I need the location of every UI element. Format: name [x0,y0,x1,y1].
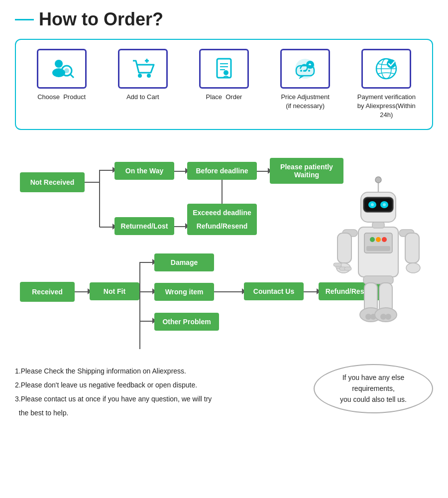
step-add-to-cart: Add to Cart [108,49,178,102]
header-accent-line [15,19,34,20]
step-place-order: Place Order [189,49,259,102]
node-other-problem: Other Problem [154,313,219,331]
svg-point-58 [385,314,391,320]
svg-rect-41 [337,233,351,263]
page-title: How to Order? [39,9,163,30]
requirements-bubble: If you have any else requirements,you co… [314,364,433,413]
svg-rect-9 [217,59,231,78]
node-before-deadline: Before deadline [187,162,257,180]
svg-point-49 [406,263,420,273]
flowchart-section: Not Received On the Way Before deadline … [0,140,448,354]
svg-point-18 [304,70,306,72]
svg-point-19 [308,70,310,72]
step-add-to-cart-label: Add to Cart [126,93,159,102]
step-choose-product-label: Choose Product [37,93,86,102]
svg-point-23 [387,59,396,68]
svg-rect-45 [344,267,351,270]
node-received: Received [20,282,75,302]
node-wrong-item: Wrong item [154,283,214,301]
node-refund-resend-top: Refund/Resend [187,217,257,235]
place-order-icon-box [199,49,249,89]
robot-image [324,150,433,344]
bubble-text: If you have any else requirements,you co… [325,372,422,405]
node-contact-us: Countact Us [244,282,304,300]
svg-rect-48 [405,233,419,263]
svg-point-13 [224,70,228,75]
svg-point-6 [147,74,151,78]
payment-verification-icon-box [361,49,411,89]
node-on-the-way: On the Way [114,162,174,180]
svg-point-17 [300,70,302,72]
svg-point-27 [376,237,381,242]
order-steps-box: Choose Product Add to Cart [15,39,433,130]
svg-point-56 [375,308,397,322]
note-line-3: 3.Please contact us at once if you have … [15,392,304,420]
node-damage: Damage [154,253,214,271]
svg-point-36 [383,203,386,206]
notes-text: 1.Please Check the Shipping information … [15,364,304,420]
bottom-section: 1.Please Check the Shipping information … [15,364,433,420]
svg-rect-29 [366,246,390,251]
svg-point-4 [64,68,69,73]
step-payment-verification: Payment verificationby Aliexpress(Within… [351,49,421,120]
svg-point-1 [52,68,65,77]
svg-point-5 [138,74,142,78]
step-price-adjustment: Price Adjustment(if necessary) [270,49,340,111]
svg-point-39 [375,177,381,183]
step-place-order-label: Place Order [206,93,242,102]
node-returned-lost: Returned/Lost [114,217,174,235]
step-payment-verification-label: Payment verificationby Aliexpress(Within… [351,93,421,120]
svg-point-28 [382,237,387,242]
svg-point-26 [370,237,375,242]
svg-rect-46 [334,263,341,266]
svg-point-35 [371,203,374,206]
node-not-fit: Not Fit [90,282,139,300]
svg-line-3 [70,74,74,78]
node-not-received: Not Received [20,172,85,192]
header: How to Order? [0,0,448,35]
note-line-2: 2.Please don't leave us negative feedbac… [15,378,304,392]
step-price-adjustment-label: Price Adjustment(if necessary) [281,93,330,111]
add-to-cart-icon-box [118,49,168,89]
svg-point-0 [55,60,63,68]
note-line-1: 1.Please Check the Shipping information … [15,364,304,378]
step-choose-product: Choose Product [27,49,97,102]
choose-product-icon-box [37,49,87,89]
price-adjustment-icon-box [280,49,330,89]
svg-rect-37 [372,222,384,228]
